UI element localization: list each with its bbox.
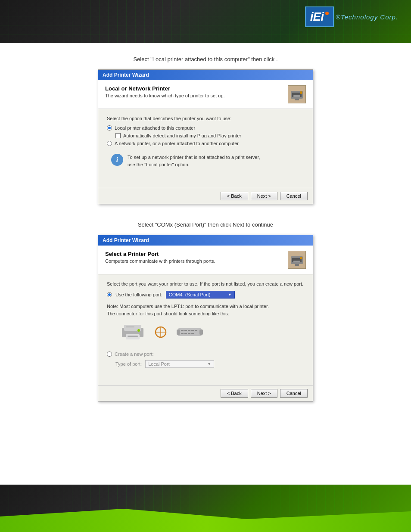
wizard-1-window: Add Printer Wizard Local or Network Prin… xyxy=(98,69,313,204)
svg-rect-21 xyxy=(199,330,203,335)
svg-rect-29 xyxy=(188,333,190,334)
wizard-2-footer: < Back Next > Cancel xyxy=(98,385,313,401)
wizard-1-radio1[interactable] xyxy=(107,125,112,131)
logo-iei-text: iEi xyxy=(310,10,324,24)
wizard-2-next-button[interactable]: Next > xyxy=(251,389,277,398)
logo-dot xyxy=(325,12,329,15)
svg-rect-26 xyxy=(195,330,197,331)
wizard-1-header-text: Local or Network Printer The wizard need… xyxy=(105,85,225,98)
svg-point-8 xyxy=(300,257,302,259)
logo-container: iEi ®Technology Corp. xyxy=(305,6,398,27)
wizard-1-radio3[interactable] xyxy=(107,141,112,146)
type-dropdown-arrow-icon: ▼ xyxy=(207,362,211,366)
wizard-2-type-dropdown: Local Port ▼ xyxy=(145,360,214,368)
svg-rect-28 xyxy=(184,333,187,334)
wizard-2-content: Select the port you want your printer to… xyxy=(98,274,313,375)
wizard-1-select-prompt: Select the option that describes the pri… xyxy=(107,116,304,121)
wizard-2-header-icon xyxy=(288,251,306,269)
svg-rect-19 xyxy=(178,328,202,336)
wizard-2-use-port-label: Use the following port: xyxy=(115,292,162,297)
svg-point-14 xyxy=(137,329,140,332)
wizard-1-title: Add Printer Wizard xyxy=(103,72,149,78)
svg-rect-20 xyxy=(177,330,180,335)
wizard-2-titlebar: Add Printer Wizard xyxy=(98,235,313,246)
wizard-2-radio-create-port[interactable] xyxy=(107,352,112,357)
wizard-1-heading: Local or Network Printer xyxy=(105,85,225,92)
wizard-2-heading: Select a Printer Port xyxy=(105,251,215,257)
instruction-1: Select "Local printer attached to this c… xyxy=(26,56,385,62)
wizard-1-body: Local or Network Printer The wizard need… xyxy=(98,80,313,204)
wizard-2-use-port-row: Use the following port: COM4: (Serial Po… xyxy=(107,291,304,299)
wizard-1-option2-label: Automatically detect and install my Plug… xyxy=(123,133,241,138)
main-content: Select "Local printer attached to this c… xyxy=(0,43,411,479)
svg-rect-7 xyxy=(293,261,300,262)
wizard-1-back-button[interactable]: < Back xyxy=(221,192,248,200)
wizard-1-option3-label: A network printer, or a printer attached… xyxy=(115,141,239,146)
wizard-1-info-box: i To set up a network printer that is no… xyxy=(107,154,304,168)
svg-rect-22 xyxy=(181,330,184,331)
svg-rect-9 xyxy=(295,264,299,266)
logo-tagline: ®Technology Corp. xyxy=(336,13,398,21)
wizard-1-subheading: The wizard needs to know which type of p… xyxy=(105,93,225,98)
wizard-2-back-button[interactable]: < Back xyxy=(221,389,248,398)
svg-rect-23 xyxy=(184,330,187,331)
header: iEi ®Technology Corp. xyxy=(0,0,411,43)
wizard-1-info-text: To set up a network printer that is not … xyxy=(128,154,260,168)
logo-box: iEi xyxy=(305,6,334,27)
wizard-2-create-port-label: Create a new port: xyxy=(115,352,154,357)
wizard-2-body: Select a Printer Port Computers communic… xyxy=(98,246,313,401)
connection-icon xyxy=(154,326,167,339)
wizard-1-header-section: Local or Network Printer The wizard need… xyxy=(98,80,313,109)
wizard-1-option1-label: Local printer attached to this computer xyxy=(115,125,195,131)
wizard-1-option3[interactable]: A network printer, or a printer attached… xyxy=(107,141,304,146)
svg-rect-25 xyxy=(191,330,194,331)
svg-rect-2 xyxy=(293,95,300,97)
wizard-2-subheading: Computers communicate with printers thro… xyxy=(105,258,215,264)
wizard-1-content: Select the option that describes the pri… xyxy=(98,109,313,175)
svg-rect-30 xyxy=(191,333,194,334)
wizard-2-header-text: Select a Printer Port Computers communic… xyxy=(105,251,215,264)
instruction-2: Select "COMx (Serial Port)" then click N… xyxy=(26,221,385,228)
svg-rect-15 xyxy=(126,327,134,327)
info-icon: i xyxy=(111,154,123,166)
connector-icon xyxy=(176,325,206,340)
wizard-1-next-button[interactable]: Next > xyxy=(251,192,277,200)
svg-rect-24 xyxy=(188,330,190,331)
wizard-1-option1[interactable]: Local printer attached to this computer xyxy=(107,125,304,131)
wizard-2-window: Add Printer Wizard Select a Printer Port… xyxy=(98,235,313,401)
wizard-1-checkbox2[interactable] xyxy=(115,133,121,138)
footer xyxy=(0,485,411,532)
svg-rect-27 xyxy=(181,333,184,334)
svg-rect-4 xyxy=(295,99,299,100)
wizard-1-titlebar: Add Printer Wizard xyxy=(98,70,313,80)
wizard-1-footer: < Back Next > Cancel xyxy=(98,188,313,204)
wizard-2-create-port-row: Create a new port: xyxy=(107,352,304,357)
wizard-2-cancel-button[interactable]: Cancel xyxy=(280,389,308,398)
printer-icon xyxy=(120,321,146,343)
svg-rect-13 xyxy=(128,336,138,337)
wizard-1-option2[interactable]: Automatically detect and install my Plug… xyxy=(115,133,304,138)
wizard-2-radio-use-port[interactable] xyxy=(107,292,112,297)
wizard-2-select-prompt: Select the port you want your printer to… xyxy=(107,281,304,286)
svg-point-3 xyxy=(300,91,302,94)
wizard-2-printer-icons xyxy=(120,321,304,343)
wizard-2-title: Add Printer Wizard xyxy=(103,237,149,243)
wizard-2-type-of-port-label: Type of port: xyxy=(115,361,142,367)
wizard-2-port-value: COM4: (Serial Port) xyxy=(169,292,211,297)
port-dropdown-arrow-icon: ▼ xyxy=(228,292,232,297)
wizard-2-port-dropdown[interactable]: COM4: (Serial Port) ▼ xyxy=(166,291,235,299)
wizard-2-header-section: Select a Printer Port Computers communic… xyxy=(98,246,313,274)
wizard-1-header-icon xyxy=(288,85,306,103)
wizard-1-cancel-button[interactable]: Cancel xyxy=(280,192,308,200)
wizard-2-type-value: Local Port xyxy=(148,361,170,367)
wizard-2-note: Note: Most computers use the LPT1: port … xyxy=(107,303,304,317)
wizard-2-port-type-row: Type of port: Local Port ▼ xyxy=(115,360,304,368)
